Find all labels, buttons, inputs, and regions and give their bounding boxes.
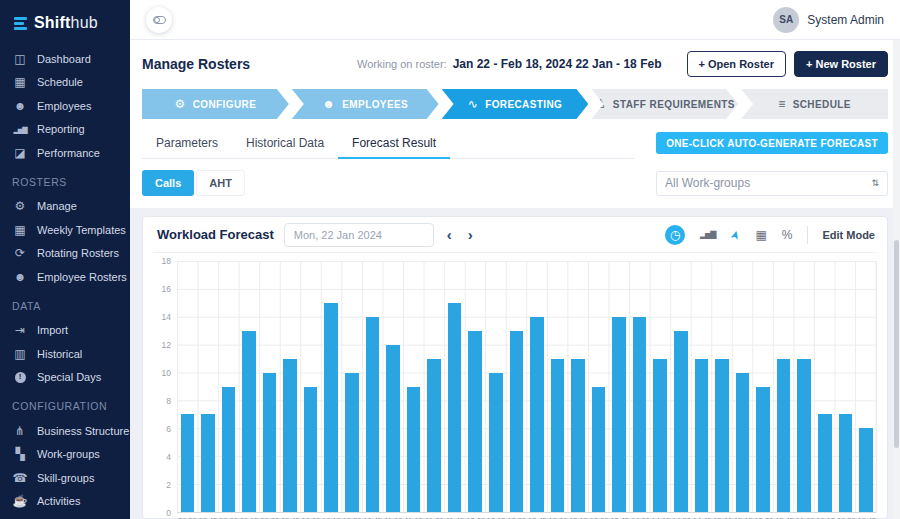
forecast-bar[interactable] <box>859 428 873 512</box>
bar-slot-12-45 <box>527 261 548 512</box>
time-interval-button[interactable]: ◷ <box>665 225 685 245</box>
forecast-bar[interactable] <box>181 414 195 512</box>
forecast-bar[interactable] <box>468 331 482 512</box>
bar-slot-15-30 <box>753 261 774 512</box>
sidebar-item-manage[interactable]: ⚙Manage <box>12 195 130 219</box>
forecast-bar[interactable] <box>715 359 729 512</box>
step-schedule[interactable]: ≡SCHEDULE <box>741 89 888 119</box>
new-roster-button[interactable]: + New Roster <box>794 51 888 77</box>
forecast-bar[interactable] <box>736 373 750 512</box>
bar-slot-12-00 <box>465 261 486 512</box>
workgroup-select[interactable]: All Work-groups ⇅ <box>656 171 888 196</box>
bar-slot-13-15 <box>568 261 589 512</box>
forecast-bar[interactable] <box>448 303 462 512</box>
step-configure[interactable]: ⚙CONFIGURE <box>142 89 289 119</box>
forecast-bar[interactable] <box>756 387 770 513</box>
forecast-bar[interactable] <box>489 373 503 512</box>
sidebar-item-item[interactable]: ▤ <box>12 513 130 519</box>
forecast-bar[interactable] <box>324 303 338 512</box>
forecast-bar[interactable] <box>839 414 853 512</box>
sidebar-item-rotating-rosters[interactable]: ⟳Rotating Rosters <box>12 242 130 266</box>
gear-icon: ⚙ <box>12 200 28 212</box>
forecast-bar[interactable] <box>653 359 667 512</box>
forecast-bar[interactable] <box>427 359 441 512</box>
forecast-bar[interactable] <box>263 373 277 512</box>
percent-scale-icon[interactable]: % <box>782 229 793 241</box>
bar-slot-08-30 <box>177 261 198 512</box>
forecast-bar[interactable] <box>530 317 544 512</box>
sidebar-item-employee-rosters[interactable]: ☻Employee Rosters <box>12 265 130 289</box>
forecast-bar[interactable] <box>407 387 421 513</box>
bar-chart-view-icon[interactable]: ▂▅▇ <box>700 231 715 239</box>
forecast-bar[interactable] <box>345 373 359 512</box>
tab-historical-data[interactable]: Historical Data <box>232 129 338 158</box>
forecast-bar[interactable] <box>633 317 647 512</box>
y-tick-label: 16 <box>162 284 171 294</box>
next-day-button[interactable]: › <box>465 227 476 242</box>
y-tick-label: 8 <box>166 396 171 406</box>
sidebar-item-business-structure[interactable]: ⋔Business Structure <box>12 419 130 443</box>
brand-logo[interactable]: Shifthub <box>12 8 130 47</box>
prev-day-button[interactable]: ‹ <box>444 227 455 242</box>
sidebar-item-reporting[interactable]: ▂▅▇Reporting <box>12 118 130 142</box>
step-label: STAFF REQUIREMENTS <box>613 99 735 110</box>
forecast-bar[interactable] <box>222 387 236 513</box>
sidebar-item-employees[interactable]: ☻Employees <box>12 94 130 118</box>
table-view-icon[interactable]: ▦ <box>755 229 766 241</box>
step-forecasting[interactable]: ∿FORECASTING <box>442 89 589 119</box>
forecast-bar[interactable] <box>386 345 400 512</box>
org-tree-icon: ⋔ <box>12 425 28 437</box>
sidebar-item-label: Special Days <box>37 371 101 383</box>
chart-body: 181614121086420 08:3008:4509:0009:1509:3… <box>153 261 877 519</box>
forecast-bar[interactable] <box>797 359 811 512</box>
y-tick-label: 6 <box>166 424 171 434</box>
forecast-bar[interactable] <box>592 387 606 513</box>
sidebar-item-import[interactable]: ⇥Import <box>12 319 130 343</box>
auto-generate-forecast-button[interactable]: ONE-CLICK AUTO-GENERATE FORECAST <box>656 132 888 154</box>
step-employees[interactable]: ☻EMPLOYEES <box>292 89 439 119</box>
metric-calls-button[interactable]: Calls <box>142 170 194 196</box>
step-label: SCHEDULE <box>793 99 851 110</box>
sidebar-item-performance[interactable]: ◪Performance <box>12 141 130 165</box>
scrollbar-thumb[interactable] <box>894 240 899 448</box>
sidebar-item-skill-groups[interactable]: ☎Skill-groups <box>12 466 130 490</box>
sidebar-toggle-button[interactable] <box>146 7 172 33</box>
forecast-bar[interactable] <box>510 331 524 512</box>
avatar: SA <box>773 7 799 33</box>
bar-slot-10-30 <box>342 261 363 512</box>
sidebar-item-special-days[interactable]: !Special Days <box>12 366 130 390</box>
forecast-bar[interactable] <box>571 359 585 512</box>
step-staff-requirements[interactable]: ♙STAFF REQUIREMENTS <box>591 89 738 119</box>
forecast-bar[interactable] <box>304 387 318 513</box>
forecast-bar[interactable] <box>818 414 832 512</box>
sidebar-item-historical[interactable]: ▥Historical <box>12 342 130 366</box>
forecast-bar[interactable] <box>283 359 297 512</box>
topbar: SA System Admin <box>130 0 900 40</box>
forecast-bar[interactable] <box>201 414 215 512</box>
tab-parameters[interactable]: Parameters <box>142 129 232 158</box>
wizard-steps: ⚙CONFIGURE☻EMPLOYEES∿FORECASTING♙STAFF R… <box>142 89 888 119</box>
forecast-bar[interactable] <box>777 359 791 512</box>
tab-forecast-result[interactable]: Forecast Result <box>338 129 450 158</box>
sidebar-section-rosters: ROSTERS <box>12 176 130 188</box>
forecast-bar[interactable] <box>695 359 709 512</box>
page-scrollbar[interactable] <box>893 40 900 519</box>
sidebar-item-activities[interactable]: ☕Activities <box>12 490 130 514</box>
bar-slot-14-15 <box>650 261 671 512</box>
tabs: ParametersHistorical DataForecast Result <box>142 129 634 159</box>
sidebar-item-weekly-templates[interactable]: ▦Weekly Templates <box>12 218 130 242</box>
sidebar-item-dashboard[interactable]: ◫Dashboard <box>12 47 130 71</box>
sidebar-item-work-groups[interactable]: ▚Work-groups <box>12 443 130 467</box>
date-input[interactable]: Mon, 22 Jan 2024 <box>284 223 434 247</box>
edit-mode-button[interactable]: Edit Mode <box>807 226 877 244</box>
metric-aht-button[interactable]: AHT <box>196 170 245 196</box>
open-roster-button[interactable]: + Open Roster <box>687 51 787 77</box>
user-menu[interactable]: SA System Admin <box>773 7 884 33</box>
pointer-tool-icon[interactable]: ➤ <box>730 229 740 241</box>
forecast-bar[interactable] <box>551 359 565 512</box>
forecast-bar[interactable] <box>674 331 688 512</box>
forecast-bar[interactable] <box>612 317 626 512</box>
forecast-bar[interactable] <box>242 331 256 512</box>
forecast-bar[interactable] <box>366 317 380 512</box>
sidebar-item-schedule[interactable]: ▦Schedule <box>12 71 130 95</box>
